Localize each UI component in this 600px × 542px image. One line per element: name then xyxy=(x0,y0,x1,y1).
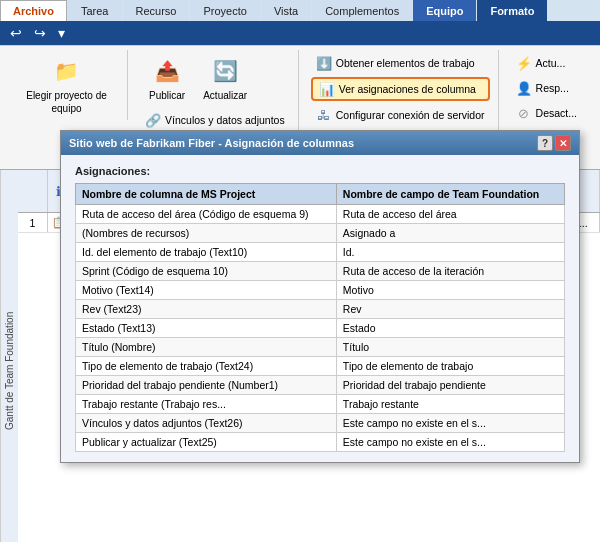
table-row: Trabajo restante (Trabajo res...Trabajo … xyxy=(76,395,565,414)
ribbon-group-project: 📁 Elegir proyecto de equipo xyxy=(6,50,128,120)
publish-icon: 📤 xyxy=(151,55,183,87)
tf-field-col-cell: Título xyxy=(336,338,564,357)
redo-button[interactable]: ↪ xyxy=(30,23,50,43)
ver-asignaciones-button[interactable]: 📊 Ver asignaciones de columna xyxy=(311,77,490,101)
table-row: Publicar y actualizar (Text25)Este campo… xyxy=(76,433,565,452)
ms-project-col-cell: Sprint (Código de esquema 10) xyxy=(76,262,337,281)
desact-icon: ⊘ xyxy=(516,105,532,121)
ms-project-col-cell: Rev (Text23) xyxy=(76,300,337,319)
configurar-conexion-button[interactable]: 🖧 Configurar conexión de servidor xyxy=(311,104,490,126)
ms-project-col-cell: Ruta de acceso del área (Código de esque… xyxy=(76,205,337,224)
table-row: (Nombres de recursos)Asignado a xyxy=(76,224,565,243)
desact-button[interactable]: ⊘ Desact... xyxy=(511,102,582,124)
dialog-section-label: Asignaciones: xyxy=(75,165,565,177)
ribbon-group-extra: ⚡ Actu... 👤 Resp... ⊘ Desact... xyxy=(503,50,590,124)
table-row: Ruta de acceso del área (Código de esque… xyxy=(76,205,565,224)
actualizar-button[interactable]: 🔄 Actualizar xyxy=(194,50,256,107)
tab-recurso[interactable]: Recurso xyxy=(123,0,190,21)
dialog-title: Sitio web de Fabrikam Fiber - Asignación… xyxy=(69,137,354,149)
folder-icon: 📁 xyxy=(51,55,83,87)
tab-vista[interactable]: Vista xyxy=(261,0,311,21)
dialog-titlebar: Sitio web de Fabrikam Fiber - Asignación… xyxy=(61,131,579,155)
obtener-elementos-button[interactable]: ⬇️ Obtener elementos de trabajo xyxy=(311,52,490,74)
tf-field-col-cell: Asignado a xyxy=(336,224,564,243)
vinculos-button[interactable]: 🔗 Vínculos y datos adjuntos xyxy=(140,109,290,131)
actu-button[interactable]: ⚡ Actu... xyxy=(511,52,582,74)
ms-project-col-cell: Prioridad del trabajo pendiente (Number1… xyxy=(76,376,337,395)
tf-field-col-cell: Ruta de acceso de la iteración xyxy=(336,262,564,281)
col2-header: Nombre de campo de Team Foundation xyxy=(336,184,564,205)
dialog-body: Asignaciones: Nombre de columna de MS Pr… xyxy=(61,155,579,462)
row-num: 1 xyxy=(30,217,36,229)
refresh-icon: 🔄 xyxy=(209,55,241,87)
elegir-proyecto-label: Elegir proyecto de equipo xyxy=(23,89,110,115)
tf-field-col-cell: Estado xyxy=(336,319,564,338)
tf-field-col-cell: Prioridad del trabajo pendiente xyxy=(336,376,564,395)
chain-icon: 🔗 xyxy=(145,112,161,128)
tf-field-col-cell: Trabajo restante xyxy=(336,395,564,414)
undo-button[interactable]: ↩ xyxy=(6,23,26,43)
table-row: Rev (Text23)Rev xyxy=(76,300,565,319)
resp-button[interactable]: 👤 Resp... xyxy=(511,77,582,99)
tab-proyecto[interactable]: Proyecto xyxy=(190,0,259,21)
tab-tarea[interactable]: Tarea xyxy=(68,0,122,21)
col1-header: Nombre de columna de MS Project xyxy=(76,184,337,205)
tf-field-col-cell: Tipo de elemento de trabajo xyxy=(336,357,564,376)
tab-formato[interactable]: Formato xyxy=(477,0,547,21)
tf-field-col-cell: Motivo xyxy=(336,281,564,300)
ms-project-col-cell: Vínculos y datos adjuntos (Text26) xyxy=(76,414,337,433)
table-row: Tipo de elemento de trabajo (Text24)Tipo… xyxy=(76,357,565,376)
qat-dropdown-button[interactable]: ▾ xyxy=(54,23,69,43)
ms-project-col-cell: Publicar y actualizar (Text25) xyxy=(76,433,337,452)
gantt-cell-num: 1 xyxy=(18,213,48,232)
tab-archivo[interactable]: Archivo xyxy=(0,0,67,21)
tf-field-col-cell: Ruta de acceso del área xyxy=(336,205,564,224)
dialog-help-button[interactable]: ? xyxy=(537,135,553,151)
tf-field-col-cell: Rev xyxy=(336,300,564,319)
tab-complementos[interactable]: Complementos xyxy=(312,0,412,21)
table-row: Motivo (Text14)Motivo xyxy=(76,281,565,300)
table-row: Prioridad del trabajo pendiente (Number1… xyxy=(76,376,565,395)
tab-equipo[interactable]: Equipo xyxy=(413,0,476,21)
dialog-close-button[interactable]: ✕ xyxy=(555,135,571,151)
ms-project-col-cell: Motivo (Text14) xyxy=(76,281,337,300)
tf-field-col-cell: Este campo no existe en el s... xyxy=(336,414,564,433)
publish-update-buttons: 📤 Publicar 🔄 Actualizar xyxy=(140,50,256,107)
gantt-col-num xyxy=(18,170,48,212)
dialog-titlebar-buttons: ? ✕ xyxy=(537,135,571,151)
tf-field-col-cell: Id. xyxy=(336,243,564,262)
ms-project-col-cell: Id. del elemento de trabajo (Text10) xyxy=(76,243,337,262)
quick-access-toolbar: ↩ ↪ ▾ xyxy=(0,21,600,45)
ms-project-col-cell: (Nombres de recursos) xyxy=(76,224,337,243)
table-row: Id. del elemento de trabajo (Text10)Id. xyxy=(76,243,565,262)
table-row: Sprint (Código de esquema 10)Ruta de acc… xyxy=(76,262,565,281)
ms-project-col-cell: Estado (Text13) xyxy=(76,319,337,338)
column-assignments-dialog: Sitio web de Fabrikam Fiber - Asignación… xyxy=(60,130,580,463)
publicar-button[interactable]: 📤 Publicar xyxy=(140,50,194,107)
server-icon: 🖧 xyxy=(316,107,332,123)
assignments-table: Nombre de columna de MS Project Nombre d… xyxy=(75,183,565,452)
ms-project-col-cell: Tipo de elemento de trabajo (Text24) xyxy=(76,357,337,376)
download-icon: ⬇️ xyxy=(316,55,332,71)
ms-project-col-cell: Trabajo restante (Trabajo res... xyxy=(76,395,337,414)
table-row: Estado (Text13)Estado xyxy=(76,319,565,338)
gantt-sidebar-label: Gantt de Team Foundation xyxy=(0,170,18,542)
publicar-label: Publicar xyxy=(149,89,185,102)
table-row: Vínculos y datos adjuntos (Text26)Este c… xyxy=(76,414,565,433)
resp-icon: 👤 xyxy=(516,80,532,96)
actualizar-label: Actualizar xyxy=(203,89,247,102)
ms-project-col-cell: Título (Nombre) xyxy=(76,338,337,357)
update-icon: ⚡ xyxy=(516,55,532,71)
elegir-proyecto-button[interactable]: 📁 Elegir proyecto de equipo xyxy=(14,50,119,120)
tf-field-col-cell: Este campo no existe en el s... xyxy=(336,433,564,452)
table-row: Título (Nombre)Título xyxy=(76,338,565,357)
column-assign-icon: 📊 xyxy=(319,81,335,97)
